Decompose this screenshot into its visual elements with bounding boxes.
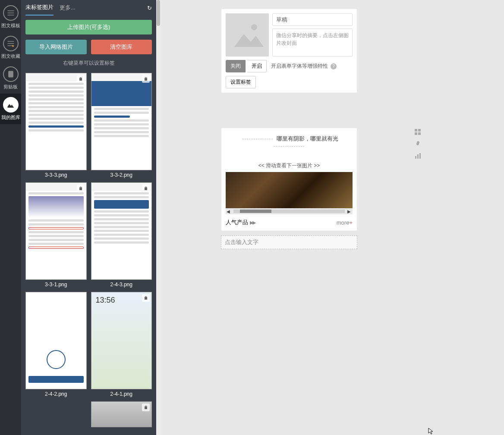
refresh-icon[interactable]: ↻ [147,5,152,11]
grid-icon[interactable] [414,128,421,135]
float-tools [414,128,421,160]
upload-button[interactable]: 上传图片(可多选) [25,20,152,34]
svg-point-1 [251,24,257,30]
nav-label: 剪贴板 [0,84,21,90]
thumbnail-label: 2-4-3.png [91,282,152,288]
thumbnail[interactable]: 3-3-2.png [91,73,152,178]
thumbnail[interactable]: 2-4-1.png [91,292,152,397]
svg-rect-5 [418,132,421,135]
import-button[interactable]: 导入网络图片 [25,40,87,54]
image-icon [3,97,19,113]
delete-icon[interactable] [77,185,85,192]
insert-text-box[interactable]: 点击输入文字 [221,235,357,249]
slider-thumb[interactable] [240,210,271,213]
play-icon: ▶▶ [250,220,255,225]
ornament-divider: 哪里有阴影，哪里就有光 [226,135,353,149]
title-input[interactable] [272,13,353,26]
thumbnail-label: 3-3-1.png [25,282,87,288]
delete-icon[interactable] [142,75,150,83]
star-icon [3,36,19,51]
thumbnail[interactable] [91,401,152,427]
svg-rect-4 [415,132,417,135]
thumbnail-label: 2-4-1.png [91,391,152,397]
nav-label: 图文收藏 [0,53,21,59]
gallery-panel: 未标签图片 更多... ↻ 上传图片(可多选) 导入网络图片 清空图库 右键菜单… [21,0,156,435]
tab-more[interactable]: 更多... [60,0,76,15]
thumbnail-label: 3-3-3.png [25,172,87,178]
thumbnail-label: 3-3-2.png [91,172,152,178]
gallery-hint: 右键菜单可以设置标签 [25,59,152,67]
thumbnail[interactable]: 2-4-3.png [91,182,152,288]
gallery-tabs: 未标签图片 更多... ↻ [21,0,156,16]
svg-rect-2 [415,129,417,131]
delete-icon[interactable] [142,404,150,411]
svg-rect-9 [419,153,421,159]
nav-item-templates[interactable]: 图文模板 [0,2,21,32]
nav-rail: 图文模板 图文收藏 剪贴板 我的图库 [0,0,21,435]
svg-rect-7 [415,156,416,159]
set-tag-button[interactable]: 设置标签 [226,76,256,88]
slider-hint: << 滑动查看下一张图片 >> [226,162,353,169]
delete-icon[interactable] [142,294,150,302]
svg-rect-8 [417,154,419,159]
nav-item-favorites[interactable]: 图文收藏 [0,32,21,63]
chart-icon[interactable] [414,153,421,160]
scrollbar-thumb[interactable] [157,0,160,26]
thumbnail-label: 2-4-2.png [25,391,87,397]
summary-input[interactable]: 微信分享时的摘要，点击左侧图片改封面 [272,28,353,56]
delete-icon[interactable] [142,185,150,192]
svg-rect-0 [226,13,269,56]
tab-untagged[interactable]: 未标签图片 [25,0,54,16]
arrow-left-icon[interactable]: ◀ [227,209,231,214]
slider-scrollbar[interactable]: ◀ ▶ [226,208,353,214]
thumbnail[interactable]: 3-3-3.png [25,73,87,178]
nav-label: 我的图库 [0,114,21,121]
svg-rect-3 [418,129,421,131]
gallery-scrollbar[interactable] [156,0,161,435]
nav-item-gallery[interactable]: 我的图库 [0,94,21,124]
gallery-body: 上传图片(可多选) 导入网络图片 清空图库 右键菜单可以设置标签 3-3-3.p… [21,16,156,435]
cover-placeholder[interactable] [226,13,269,56]
product-label: 人气产品 ▶▶ [226,219,255,226]
ornament-text: 哪里有阴影，哪里就有光 [277,135,338,142]
delete-icon[interactable] [77,75,85,83]
content-card[interactable]: 哪里有阴影，哪里就有光 << 滑动查看下一张图片 >> ◀ ▶ 人气产品 ▶▶ … [221,128,357,231]
help-icon[interactable]: ? [331,63,337,69]
editor-canvas: 微信分享时的摘要，点击左侧图片改封面 关闭 开启 开启表单字体等增强特性 ? 设… [161,0,504,435]
thumbnail-grid: 3-3-3.png 3-3-2.png [25,73,152,427]
toggle-off-button[interactable]: 关闭 [226,60,246,72]
nav-label: 图文模板 [0,22,21,29]
meta-card: 微信分享时的摘要，点击左侧图片改封面 关闭 开启 开启表单字体等增强特性 ? 设… [221,9,357,93]
thumbnail[interactable]: 2-4-2.png [25,292,87,397]
nav-item-clipboard[interactable]: 剪贴板 [0,63,21,94]
toggle-label: 开启表单字体等增强特性 [271,63,328,70]
menu-icon [3,5,19,21]
thumbnail[interactable]: 3-3-1.png [25,182,87,288]
toggle-on-button[interactable]: 开启 [247,60,267,72]
arrow-right-icon[interactable]: ▶ [347,209,352,214]
clipboard-icon [3,66,19,82]
more-link[interactable]: more+ [337,219,353,226]
enhance-toggle-row: 关闭 开启 开启表单字体等增强特性 ? [226,60,353,72]
gear-icon[interactable] [414,141,421,147]
slider-image[interactable] [226,172,353,208]
clear-button[interactable]: 清空图库 [91,40,152,54]
